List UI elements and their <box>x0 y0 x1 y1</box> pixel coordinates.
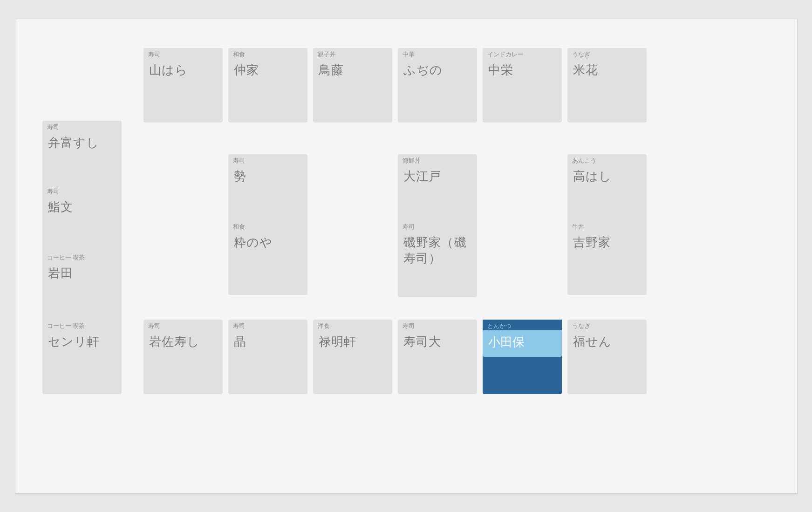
restaurant-name-sushibun: 鮨文 <box>42 196 122 222</box>
floor-map: 寿司山はら和食仲家親子丼鳥藤中華ふぢのインドカレー中栄うなぎ米花寿司弁富すし寿司… <box>15 19 798 494</box>
restaurant-category-chueicurry: インドカレー <box>483 48 562 59</box>
restaurant-category-fudino: 中華 <box>398 48 477 59</box>
restaurant-card-yamahara[interactable]: 寿司山はら <box>143 48 223 123</box>
restaurant-card-iwata[interactable]: コーヒー 喫茶岩田 <box>42 251 122 326</box>
restaurant-name-rokumeiiken: 禄明軒 <box>313 330 392 356</box>
restaurant-card-yoshinoya[interactable]: 牛丼吉野家 <box>567 220 647 295</box>
restaurant-card-benzutomi[interactable]: 寿司弁富すし <box>42 121 122 195</box>
restaurant-category-yoshinoya: 牛丼 <box>567 220 647 232</box>
restaurant-card-isonoya[interactable]: 寿司磯野家（磯寿司） <box>398 220 477 297</box>
restaurant-category-isonoya: 寿司 <box>398 220 477 232</box>
restaurant-card-chueicurry[interactable]: インドカレー中栄 <box>483 48 562 123</box>
restaurant-name-chueicurry: 中栄 <box>483 59 562 85</box>
restaurant-name-iwasazushi: 岩佐寿し <box>143 330 223 356</box>
restaurant-card-torihito[interactable]: 親子丼鳥藤 <box>313 48 392 123</box>
restaurant-name-benzutomi: 弁富すし <box>42 131 122 157</box>
restaurant-category-torihito: 親子丼 <box>313 48 392 59</box>
restaurant-name-isonoya: 磯野家（磯寿司） <box>398 231 477 273</box>
restaurant-category-odahou: とんかつ <box>483 320 562 331</box>
restaurant-category-oedo: 海鮮丼 <box>398 154 477 165</box>
restaurant-card-sushibun[interactable]: 寿司鮨文 <box>42 185 122 259</box>
restaurant-name-iwata: 岩田 <box>42 262 122 288</box>
restaurant-category-yonehana: うなぎ <box>567 48 647 59</box>
restaurant-category-sei: 寿司 <box>228 154 307 165</box>
restaurant-category-kasuganoya: 和食 <box>228 220 307 232</box>
restaurant-category-fukusen: うなぎ <box>567 320 647 331</box>
restaurant-card-rokumeiiken[interactable]: 洋食禄明軒 <box>313 320 392 394</box>
restaurant-name-yonehana: 米花 <box>567 59 647 85</box>
restaurant-category-senrikenb: コーヒー 喫茶 <box>42 320 122 331</box>
restaurant-name-kasuganoya: 粋のや <box>228 231 307 257</box>
restaurant-name-akira: 晶 <box>228 330 307 356</box>
restaurant-name-oedo: 大江戸 <box>398 165 477 191</box>
restaurant-name-sushidai: 寿司大 <box>398 330 477 356</box>
restaurant-card-odahou[interactable]: とんかつ小田保 <box>483 320 562 394</box>
restaurant-category-takahashi: あんこう <box>567 154 647 165</box>
restaurant-card-sei[interactable]: 寿司勢 <box>228 154 307 229</box>
restaurant-card-oedo[interactable]: 海鮮丼大江戸 <box>398 154 477 229</box>
restaurant-category-iwasazushi: 寿司 <box>143 320 223 331</box>
restaurant-card-yonehana[interactable]: うなぎ米花 <box>567 48 647 123</box>
restaurant-name-senrikenb: センリ軒 <box>42 330 122 356</box>
restaurant-category-yamahara: 寿司 <box>143 48 223 59</box>
restaurant-name-sei: 勢 <box>228 165 307 191</box>
restaurant-card-kasuganoya[interactable]: 和食粋のや <box>228 220 307 295</box>
restaurant-name-fudino: ふぢの <box>398 59 477 85</box>
restaurant-card-akira[interactable]: 寿司晶 <box>228 320 307 394</box>
restaurant-name-odahou: 小田保 <box>483 330 562 357</box>
restaurant-name-torihito: 鳥藤 <box>313 59 392 85</box>
restaurant-category-nakaya: 和食 <box>228 48 307 59</box>
restaurant-category-rokumeiiken: 洋食 <box>313 320 392 331</box>
restaurant-name-yamahara: 山はら <box>143 59 223 85</box>
restaurant-category-benzutomi: 寿司 <box>42 121 122 132</box>
restaurant-card-iwasazushi[interactable]: 寿司岩佐寿し <box>143 320 223 394</box>
restaurant-card-nakaya[interactable]: 和食仲家 <box>228 48 307 123</box>
restaurant-name-fukusen: 福せん <box>567 330 647 356</box>
restaurant-category-sushibun: 寿司 <box>42 185 122 196</box>
restaurant-card-fukusen[interactable]: うなぎ福せん <box>567 320 647 394</box>
restaurant-card-fudino[interactable]: 中華ふぢの <box>398 48 477 123</box>
restaurant-card-takahashi[interactable]: あんこう高はし <box>567 154 647 229</box>
restaurant-card-senrikenb[interactable]: コーヒー 喫茶センリ軒 <box>42 320 122 394</box>
restaurant-category-akira: 寿司 <box>228 320 307 331</box>
restaurant-name-yoshinoya: 吉野家 <box>567 231 647 257</box>
restaurant-name-takahashi: 高はし <box>567 165 647 191</box>
restaurant-name-nakaya: 仲家 <box>228 59 307 85</box>
restaurant-category-sushidai: 寿司 <box>398 320 477 331</box>
restaurant-category-iwata: コーヒー 喫茶 <box>42 251 122 262</box>
restaurant-card-sushidai[interactable]: 寿司寿司大 <box>398 320 477 394</box>
